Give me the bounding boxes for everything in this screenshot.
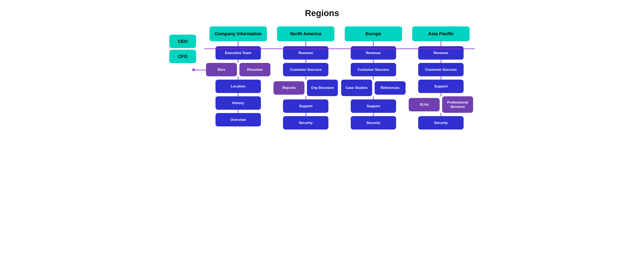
- node-ap-customer-success: Customer Success: [418, 63, 464, 76]
- node-location: Location: [216, 80, 261, 93]
- vc17: [441, 60, 441, 63]
- casestudies-references-row: Case Studies References: [340, 80, 407, 96]
- slas-profservices-row: SLAs Professional Services: [407, 96, 475, 113]
- header-asia-pacific: Asia Pacific: [412, 26, 470, 41]
- node-eu-support: Support: [351, 99, 396, 113]
- vc8: [306, 76, 306, 80]
- vc5: [238, 110, 238, 113]
- node-na-customer-success: Customer Success: [283, 63, 328, 76]
- node-na-security: Security: [283, 116, 328, 130]
- header-north-america: North America: [277, 26, 334, 41]
- vc4: [238, 93, 238, 96]
- vc15: [373, 113, 374, 116]
- bios-resumes-row: Bios Resumes: [204, 63, 272, 76]
- page-container: Regions CEO CFO Company Information Exec…: [161, 4, 483, 138]
- ceo-node: CEO: [169, 35, 196, 48]
- cfo-node: CFO: [169, 50, 196, 63]
- node-org-structure: Org Structure: [307, 80, 338, 96]
- column-north-america: North America Revenue Customer Success R…: [272, 26, 340, 130]
- vc7: [306, 60, 306, 63]
- node-professional-services: Professional Services: [442, 96, 473, 113]
- node-references: References: [375, 81, 406, 95]
- column-company-info: Company Information Executive Team Bios …: [204, 26, 272, 130]
- node-eu-customer-success: Customer Success: [351, 63, 396, 76]
- node-eu-revenue: Revenue: [351, 46, 396, 60]
- reports-orgstructure-row: Reports Org Structure: [272, 80, 340, 96]
- node-slas: SLAs: [409, 98, 440, 111]
- vc6: [306, 41, 306, 46]
- vc18: [441, 76, 441, 80]
- node-na-support: Support: [283, 99, 328, 113]
- vc14: [373, 96, 374, 99]
- top-horizontal-line: [204, 48, 475, 49]
- vc9: [306, 96, 306, 99]
- arrow-head: [192, 68, 194, 71]
- header-europe: Europe: [345, 26, 402, 41]
- vc13: [373, 76, 374, 80]
- column-asia-pacific: Asia Pacific Revenue Customer Success Su…: [407, 26, 475, 130]
- vc20: [441, 113, 441, 116]
- column-europe: Europe Revenue Customer Success Case Stu…: [340, 26, 407, 130]
- node-ap-support: Support: [418, 80, 464, 93]
- vc2: [238, 60, 238, 63]
- node-overview: Overview: [216, 113, 261, 126]
- node-na-revenue: Revenue: [283, 46, 328, 60]
- node-resumes: Resumes: [240, 63, 270, 76]
- node-bios: Bios: [206, 63, 237, 76]
- node-history: History: [216, 96, 261, 110]
- node-eu-security: Security: [351, 116, 396, 130]
- vc12: [373, 60, 374, 63]
- vc1: [238, 41, 238, 46]
- node-executive-team: Executive Team: [216, 46, 261, 60]
- node-reports: Reports: [274, 81, 304, 95]
- vc3: [238, 76, 238, 80]
- ceo-cfo-column: CEO CFO: [169, 35, 196, 63]
- vc19: [441, 93, 441, 96]
- node-ap-revenue: Revenue: [418, 46, 464, 60]
- columns-wrapper: Company Information Executive Team Bios …: [169, 26, 475, 130]
- vc16: [441, 41, 441, 46]
- page-title: Regions: [169, 8, 475, 18]
- node-ap-security: Security: [418, 116, 464, 130]
- vc10: [306, 113, 306, 116]
- header-company-info: Company Information: [210, 26, 267, 41]
- vc11: [373, 41, 374, 46]
- diagram: CEO CFO Company Information Executive Te…: [169, 26, 475, 130]
- node-case-studies: Case Studies: [341, 80, 372, 96]
